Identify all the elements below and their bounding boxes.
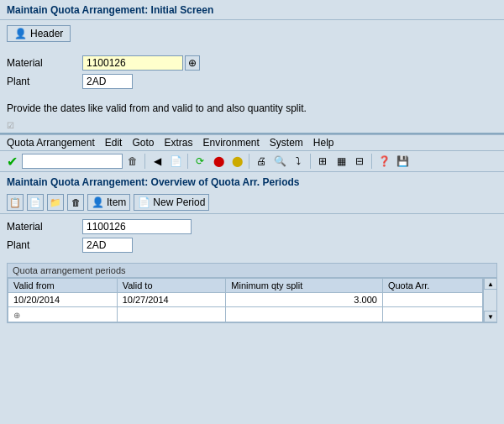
stop-red-btn[interactable]: ⬤ — [210, 153, 227, 170]
green-check-btn[interactable]: ✔ — [3, 153, 20, 170]
col-valid-to: Valid to — [117, 279, 226, 293]
cell-empty2 — [117, 307, 226, 322]
new-period-button[interactable]: 📄 New Period — [134, 194, 209, 211]
scroll-down-btn[interactable]: ▼ — [484, 311, 497, 322]
print-icon: 🖨 — [256, 155, 266, 167]
scroll-up-btn[interactable]: ▲ — [484, 278, 497, 290]
cell-empty4 — [382, 307, 482, 322]
cell-quota-arr — [382, 293, 482, 307]
sep4 — [310, 154, 311, 169]
stop-red-icon: ⬤ — [213, 155, 224, 167]
scroll-track — [484, 290, 496, 311]
refresh-green-icon: ⟳ — [196, 155, 204, 167]
plant-label: Plant — [7, 76, 82, 87]
main-toolbar: ✔ 🗑 ◀ 📄 ⟳ ⬤ ⬤ 🖨 🔍 ⤵ ⊞ ▦ ⊟ ❓ 💾 — [0, 151, 504, 172]
grid1-btn[interactable]: ⊞ — [314, 153, 331, 170]
menu-help[interactable]: Help — [313, 137, 334, 149]
sep5 — [371, 154, 372, 169]
header-button[interactable]: 👤 Header — [7, 25, 71, 42]
table-row-empty: ⊕ — [8, 307, 483, 322]
plant-input[interactable] — [82, 74, 133, 89]
sep3 — [249, 154, 249, 169]
material-row: Material ⊕ — [7, 55, 497, 71]
nav-doc-icon: 📄 — [170, 155, 182, 167]
doc-icon: 📄 — [138, 196, 150, 208]
find-next-icon: ⤵ — [296, 155, 301, 167]
input-icon: ⊕ — [13, 311, 20, 320]
menu-goto[interactable]: Goto — [132, 137, 154, 149]
bottom-form: Material Plant — [0, 214, 504, 259]
tb2-delete[interactable]: 🗑 — [67, 194, 84, 211]
delete-btn[interactable]: 🗑 — [124, 153, 141, 170]
person-icon: 👤 — [14, 28, 27, 39]
header-button-label: Header — [30, 28, 63, 39]
menu-environment[interactable]: Environment — [202, 137, 259, 149]
plant-row: Plant — [7, 74, 497, 89]
table-header-row: Valid from Valid to Minimum qty split Qu… — [8, 279, 483, 293]
scrollbar: ▲ ▼ — [483, 278, 496, 322]
sep1 — [144, 154, 145, 169]
menu-edit[interactable]: Edit — [105, 137, 123, 149]
bottom-section: Maintain Quota Arrangement: Overview of … — [0, 172, 504, 323]
bottom-toolbar: 📋 📄 📁 🗑 👤 Item 📄 New Period — [0, 191, 504, 214]
grid2-icon: ▦ — [337, 155, 346, 167]
quota-table-section: Quota arrangement periods Valid from Val… — [7, 263, 497, 323]
quota-table: Valid from Valid to Minimum qty split Qu… — [8, 278, 483, 322]
material-label: Material — [7, 57, 82, 69]
print-btn[interactable]: 🖨 — [253, 153, 270, 170]
nav-prev-btn[interactable]: ◀ — [149, 153, 165, 170]
material-row2: Material — [7, 219, 497, 234]
yellow-btn[interactable]: ⬤ — [228, 153, 245, 170]
menu-bar: Quota Arrangement Edit Goto Extras Envir… — [0, 134, 504, 151]
tb2-icon3[interactable]: 📁 — [47, 194, 64, 211]
col-valid-from: Valid from — [8, 279, 118, 293]
cell-empty1: ⊕ — [8, 307, 118, 322]
material-input[interactable] — [82, 55, 183, 71]
material-search-icon[interactable]: ⊕ — [185, 55, 200, 71]
refresh-green-btn[interactable]: ⟳ — [192, 153, 208, 170]
yellow-icon: ⬤ — [232, 155, 243, 167]
command-input[interactable] — [22, 154, 123, 169]
person-icon2: 👤 — [92, 196, 104, 208]
material-input2[interactable] — [82, 219, 192, 234]
col-quota-arr: Quota Arr. — [382, 279, 482, 293]
cell-min-qty: 3.000 — [226, 293, 383, 307]
help-btn[interactable]: ❓ — [375, 153, 392, 170]
cell-empty3 — [226, 307, 383, 322]
cell-valid-to: 10/27/2014 — [117, 293, 226, 307]
sep2 — [187, 154, 188, 169]
bottom-title: Maintain Quota Arrangement: Overview of … — [0, 172, 504, 191]
grid3-icon: ⊟ — [355, 155, 364, 167]
bottom-title-text: Maintain Quota Arrangement: Overview of … — [7, 176, 300, 188]
plant-row2: Plant — [7, 238, 497, 253]
grid1-icon: ⊞ — [318, 155, 327, 167]
checkbox-area: ☑ — [0, 118, 504, 133]
info-text-content: Provide the dates like valid from and va… — [7, 102, 307, 114]
save-btn[interactable]: 💾 — [394, 153, 411, 170]
menu-quota-arrangement[interactable]: Quota Arrangement — [7, 137, 95, 149]
col-min-qty: Minimum qty split — [226, 279, 383, 293]
find-next-btn[interactable]: ⤵ — [290, 153, 307, 170]
nav-doc-btn[interactable]: 📄 — [167, 153, 184, 170]
find-btn[interactable]: 🔍 — [271, 153, 288, 170]
table-wrapper: Valid from Valid to Minimum qty split Qu… — [8, 278, 496, 322]
info-text: Provide the dates like valid from and va… — [0, 96, 504, 118]
grid3-btn[interactable]: ⊟ — [351, 153, 368, 170]
tb2-icon1[interactable]: 📋 — [7, 194, 24, 211]
find-icon: 🔍 — [274, 155, 286, 167]
table-title: Quota arrangement periods — [8, 264, 496, 278]
item-button[interactable]: 👤 Item — [87, 194, 130, 211]
checkbox-icon: ☑ — [7, 121, 14, 130]
tb2-icon2[interactable]: 📄 — [27, 194, 44, 211]
grid2-btn[interactable]: ▦ — [333, 153, 349, 170]
item-button-label: Item — [107, 196, 126, 208]
menu-system[interactable]: System — [270, 137, 303, 149]
top-title-text: Maintain Quota Arrangement: Initial Scre… — [7, 4, 213, 16]
top-form: Material ⊕ Plant — [0, 47, 504, 96]
plant-input2[interactable] — [82, 238, 133, 253]
material-label2: Material — [7, 221, 82, 233]
help-icon: ❓ — [378, 155, 391, 167]
menu-extras[interactable]: Extras — [164, 137, 192, 149]
green-check-icon: ✔ — [7, 154, 18, 170]
plant-label2: Plant — [7, 239, 82, 251]
